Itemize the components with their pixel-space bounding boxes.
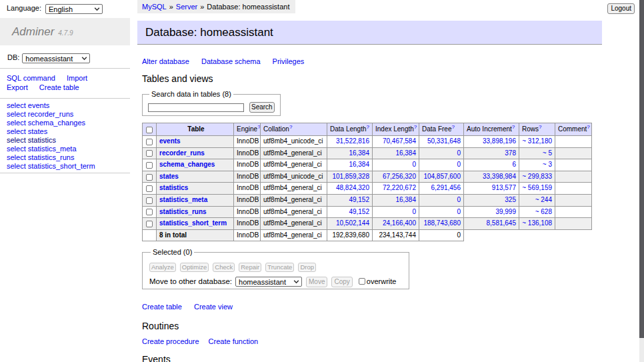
data-length-cell-link[interactable]: 48,824,320 [336, 184, 369, 191]
move-button[interactable]: Move [306, 277, 327, 287]
breadcrumb-link-server[interactable]: Server [176, 3, 197, 11]
data-free-cell-link[interactable]: 0 [457, 196, 461, 203]
data-length-cell-link[interactable]: 16,384 [349, 149, 369, 157]
data-free-cell-link[interactable]: 6,291,456 [431, 184, 461, 191]
rows-cell-link[interactable]: ~ 244 [535, 196, 552, 203]
rows-cell-link[interactable]: ~ 3 [543, 161, 552, 168]
rows-cell-link[interactable]: ~ 628 [535, 208, 552, 215]
link-privileges[interactable]: Privileges [273, 57, 305, 65]
data-free-cell-link[interactable]: 104,857,600 [423, 173, 461, 180]
language-select[interactable]: English [45, 4, 103, 14]
help-icon[interactable]: ? [367, 124, 369, 130]
menu-link-sql-command[interactable]: SQL command [7, 74, 55, 82]
sidebar-select-statistics_meta[interactable]: select statistics_meta [7, 145, 123, 153]
data-free-cell-link[interactable]: 188,743,680 [423, 219, 461, 227]
table-link-schema_changes[interactable]: schema_changes [159, 161, 215, 168]
select-all-checkbox[interactable] [146, 127, 153, 133]
link-create-view[interactable]: Create view [194, 303, 233, 311]
data-length-cell-link[interactable]: 49,152 [349, 196, 369, 203]
help-icon[interactable]: ? [257, 124, 260, 130]
row-checkbox-statistics_short_term[interactable] [146, 221, 153, 227]
menu-link-create-table[interactable]: Create table [39, 83, 79, 91]
link-create-procedure[interactable]: Create procedure [142, 337, 199, 345]
rows-cell-link[interactable]: ~ 299,833 [522, 173, 552, 180]
rows-cell-link[interactable]: ~ 136,108 [522, 219, 552, 227]
index-length-cell-link[interactable]: 16,384 [395, 196, 416, 203]
search-input[interactable] [148, 103, 244, 112]
breadcrumb-link-mysql[interactable]: MySQL [142, 3, 167, 11]
data-length-cell-link[interactable]: 49,152 [349, 208, 369, 215]
help-icon[interactable]: ? [414, 124, 417, 130]
repair-button[interactable]: Repair [239, 263, 261, 272]
index-length-cell-link[interactable]: 72,220,672 [383, 184, 416, 191]
link-create-table[interactable]: Create table [142, 303, 182, 311]
index-length-cell-link[interactable]: 0 [412, 161, 416, 168]
rows-cell-link[interactable]: ~ 5 [543, 149, 552, 157]
sidebar-select-events[interactable]: select events [7, 101, 123, 110]
table-link-statistics_runs[interactable]: statistics_runs [159, 208, 207, 215]
table-link-states[interactable]: states [159, 173, 179, 180]
row-checkbox-statistics_meta[interactable] [146, 197, 153, 204]
link-create-function[interactable]: Create function [209, 337, 259, 345]
index-length-cell-link[interactable]: 67,256,320 [383, 173, 416, 180]
row-checkbox-states[interactable] [146, 174, 153, 181]
move-db-select[interactable]: homeassistant [235, 277, 302, 287]
analyze-button[interactable]: Analyze [149, 263, 176, 272]
row-checkbox-statistics_runs[interactable] [146, 209, 153, 215]
rows-cell-link[interactable]: ~ 569,159 [522, 184, 552, 191]
link-database-schema[interactable]: Database schema [201, 57, 261, 65]
index-length-cell-link[interactable]: 0 [412, 208, 416, 215]
db-select[interactable]: homeassistant [22, 53, 90, 63]
drop-button[interactable]: Drop [298, 263, 316, 272]
data-free-cell-link[interactable]: 0 [457, 208, 461, 215]
auto-increment-cell-link[interactable]: 325 [505, 196, 516, 203]
sidebar-select-statistics_runs[interactable]: select statistics_runs [7, 153, 123, 162]
auto-increment-cell-link[interactable]: 8,581,645 [487, 219, 517, 227]
check-button[interactable]: Check [213, 263, 235, 272]
data-free-cell-link[interactable]: 0 [457, 149, 461, 157]
data-free-cell-link[interactable]: 0 [457, 161, 461, 168]
table-link-recorder_runs[interactable]: recorder_runs [159, 149, 205, 157]
rows-cell-link[interactable]: ~ 312,180 [522, 137, 552, 145]
sidebar-select-recorder_runs[interactable]: select recorder_runs [7, 110, 123, 119]
scrollbar-track[interactable] [639, 338, 644, 362]
auto-increment-cell-link[interactable]: 39,999 [495, 208, 516, 215]
auto-increment-cell-link[interactable]: 913,577 [492, 184, 516, 191]
table-link-statistics_meta[interactable]: statistics_meta [159, 196, 207, 203]
logout-button[interactable]: Logout [607, 3, 635, 14]
help-icon[interactable]: ? [451, 124, 454, 130]
row-checkbox-schema_changes[interactable] [146, 162, 153, 169]
search-button[interactable]: Search [249, 102, 275, 113]
help-icon[interactable]: ? [512, 124, 515, 130]
sidebar-select-statistics_short_term[interactable]: select statistics_short_term [7, 162, 123, 171]
row-checkbox-statistics[interactable] [146, 185, 153, 192]
table-link-statistics_short_term[interactable]: statistics_short_term [159, 219, 227, 227]
truncate-button[interactable]: Truncate [265, 263, 294, 272]
link-alter-database[interactable]: Alter database [142, 57, 189, 65]
sidebar-select-schema_changes[interactable]: select schema_changes [7, 119, 123, 127]
table-link-statistics[interactable]: statistics [159, 184, 188, 191]
sidebar-select-statistics[interactable]: select statistics [7, 136, 123, 145]
optimize-button[interactable]: Optimize [180, 263, 209, 272]
auto-increment-cell-link[interactable]: 378 [505, 149, 516, 157]
data-length-cell-link[interactable]: 101,859,328 [332, 173, 369, 180]
data-length-cell-link[interactable]: 31,522,816 [336, 137, 369, 145]
copy-button[interactable]: Copy [331, 277, 352, 287]
help-icon[interactable]: ? [289, 124, 292, 130]
data-free-cell-link[interactable]: 50,331,648 [427, 137, 461, 145]
auto-increment-cell-link[interactable]: 6 [512, 161, 516, 168]
index-length-cell-link[interactable]: 16,384 [395, 149, 416, 157]
menu-link-export[interactable]: Export [7, 83, 28, 91]
overwrite-checkbox[interactable] [359, 278, 365, 285]
auto-increment-cell-link[interactable]: 33,398,984 [483, 173, 516, 180]
index-length-cell-link[interactable]: 24,166,400 [383, 219, 416, 227]
index-length-cell-link[interactable]: 70,467,584 [383, 137, 416, 145]
table-link-events[interactable]: events [159, 137, 181, 145]
sidebar-select-states[interactable]: select states [7, 127, 123, 136]
auto-increment-cell-link[interactable]: 33,898,196 [483, 137, 516, 145]
row-checkbox-events[interactable] [146, 139, 153, 145]
help-icon[interactable]: ? [587, 124, 589, 130]
scrollbar-thumb[interactable] [639, 0, 644, 338]
data-length-cell-link[interactable]: 16,384 [349, 161, 369, 168]
data-length-cell-link[interactable]: 10,502,144 [336, 219, 369, 227]
